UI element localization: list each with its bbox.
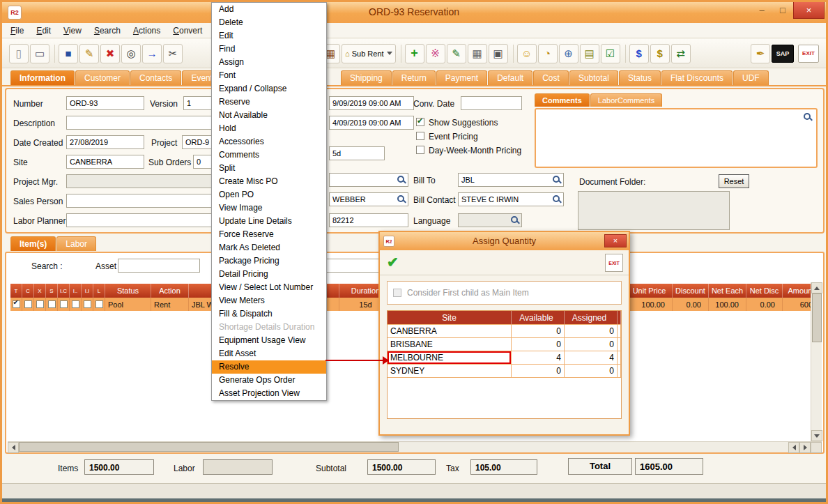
menu-item-package-pricing[interactable]: Package Pricing	[212, 254, 326, 268]
show-suggestions-checkbox[interactable]	[416, 118, 424, 126]
available-cell[interactable]: 0	[512, 365, 565, 378]
site-field[interactable]: CANBERRA	[66, 155, 144, 169]
smiley-icon[interactable]: ☺	[517, 44, 537, 63]
phone-field[interactable]: 82212	[329, 213, 408, 227]
flag-checkbox-c[interactable]	[24, 300, 32, 308]
menu-item-view-select-lot-number[interactable]: View / Select Lot Number	[212, 281, 326, 294]
labor-planner-field[interactable]	[66, 213, 222, 227]
menu-edit[interactable]: Edit	[36, 26, 51, 36]
search-icon[interactable]	[553, 176, 561, 184]
assigned-cell[interactable]: 0	[565, 325, 618, 338]
tab-default[interactable]: Default	[488, 70, 532, 85]
contact-field[interactable]: WEBBER	[329, 192, 408, 206]
available-column-header[interactable]: Available	[512, 311, 565, 325]
project-mgr-field[interactable]	[66, 174, 222, 188]
dialog-close-button[interactable]: ×	[604, 234, 627, 247]
date-created-field[interactable]: 27/08/2019	[66, 135, 144, 149]
col-header-status[interactable]: Status	[105, 284, 151, 298]
pane-left-icon[interactable]	[788, 442, 799, 453]
duration-field[interactable]: 5d	[329, 146, 385, 160]
chevron-down-icon[interactable]	[387, 52, 392, 55]
delete-icon[interactable]: ✖	[100, 44, 120, 63]
exit-button[interactable]: EXIT	[798, 45, 819, 63]
menu-item-not-available[interactable]: Not Available	[212, 109, 326, 122]
tab-cost[interactable]: Cost	[533, 70, 569, 85]
globe-icon[interactable]: ⊕	[559, 44, 578, 63]
col-header-t[interactable]: T	[10, 284, 22, 298]
scroll-left-icon[interactable]	[8, 442, 19, 453]
tab-items[interactable]: Item(s)	[10, 236, 56, 251]
site-row-melbourne[interactable]: MELBOURNE 4 4	[388, 351, 621, 365]
menu-item-edit[interactable]: Edit	[212, 29, 326, 43]
money-icon[interactable]: $	[650, 44, 670, 63]
add-plus-icon[interactable]: +	[405, 44, 424, 63]
search-icon[interactable]	[804, 113, 812, 121]
menu-item-find[interactable]: Find	[212, 43, 326, 56]
asset-search-input[interactable]	[118, 259, 200, 273]
assigned-column-header[interactable]: Assigned	[565, 311, 618, 325]
customer-field[interactable]	[329, 173, 408, 187]
search-icon[interactable]	[553, 195, 561, 204]
site-cell-highlighted[interactable]: MELBOURNE	[388, 351, 512, 365]
day-week-month-pricing-checkbox[interactable]	[416, 146, 424, 154]
tab-information[interactable]: Information	[10, 70, 75, 85]
menu-item-create-misc-po[interactable]: Create Misc PO	[212, 175, 326, 188]
return-date-field[interactable]: 4/09/2019 09:00 AM	[329, 116, 414, 130]
cut-scissors-icon[interactable]: ✂	[163, 44, 183, 63]
site-row-sydney[interactable]: SYDNEY 0 0	[388, 365, 621, 378]
group-circles-icon[interactable]: ※	[426, 44, 445, 63]
vertical-scrollbar[interactable]	[811, 282, 822, 441]
number-field[interactable]: ORD-93	[66, 96, 144, 110]
search-icon[interactable]	[511, 216, 519, 224]
menu-item-open-po[interactable]: Open PO	[212, 188, 326, 201]
site-row-brisbane[interactable]: BRISBANE 0 0	[388, 338, 621, 351]
flag-checkbox-ii[interactable]	[84, 300, 91, 308]
menu-item-update-line-details[interactable]: Update Line Details	[212, 215, 326, 228]
menu-search[interactable]: Search	[94, 26, 121, 36]
col-header-ii[interactable]: I.I	[82, 284, 93, 298]
print-icon[interactable]: ▭	[30, 44, 49, 63]
available-cell[interactable]: 0	[512, 338, 565, 351]
menu-item-delete[interactable]: Delete	[212, 16, 326, 29]
col-header-s[interactable]: S	[46, 284, 58, 298]
edit-pencil-icon[interactable]: ✎	[79, 44, 99, 63]
assigned-cell[interactable]: 0	[565, 338, 618, 351]
menu-item-reserve[interactable]: Reserve	[212, 96, 326, 109]
sales-person-field[interactable]	[66, 194, 222, 208]
menu-view[interactable]: View	[63, 26, 82, 36]
menu-item-assign[interactable]: Assign	[212, 56, 326, 69]
assigned-cell[interactable]: 0	[565, 365, 618, 378]
flag-checkbox-t[interactable]	[13, 300, 20, 308]
col-header-net-each[interactable]: Net Each	[709, 284, 746, 298]
horizontal-scroll-track[interactable]	[399, 442, 788, 452]
tab-shipping[interactable]: Shipping	[341, 70, 392, 85]
menu-item-add[interactable]: Add	[212, 3, 326, 16]
menu-item-resolve[interactable]: Resolve	[212, 360, 326, 374]
menu-item-expand-collapse[interactable]: Expand / Collapse	[212, 82, 326, 96]
col-header-l[interactable]: L	[93, 284, 105, 298]
tab-udf[interactable]: UDF	[733, 70, 769, 85]
menu-item-mark-as-deleted[interactable]: Mark As Deleted	[212, 241, 326, 254]
menu-item-comments[interactable]: Comments	[212, 148, 326, 162]
dollar-icon[interactable]: $	[629, 44, 649, 63]
edit-note-icon[interactable]: ✎	[447, 44, 466, 63]
flag-checkbox-i2[interactable]	[72, 300, 79, 308]
find-binoculars-icon[interactable]: ◎	[121, 44, 141, 63]
menu-item-generate-ops-order[interactable]: Generate Ops Order	[212, 374, 326, 387]
dialog-exit-button[interactable]: EXIT	[605, 254, 623, 272]
secondary-search-input[interactable]	[324, 259, 380, 273]
col-header-discount[interactable]: Discount	[673, 284, 709, 298]
available-cell[interactable]: 0	[512, 325, 565, 338]
menu-item-equipment-usage-view[interactable]: Equipment Usage View	[212, 334, 326, 347]
database-icon[interactable]: ▤	[580, 44, 599, 63]
checklist-icon[interactable]: ☑	[601, 44, 620, 63]
scroll-down-icon[interactable]	[811, 430, 822, 441]
tab-labor[interactable]: Labor	[56, 236, 96, 251]
menu-item-edit-asset[interactable]: Edit Asset	[212, 347, 326, 360]
available-cell[interactable]: 4	[512, 351, 565, 365]
menu-item-asset-projection-view[interactable]: Asset Projection View	[212, 387, 326, 400]
site-cell[interactable]: CANBERRA	[388, 325, 512, 338]
planner-grid-icon[interactable]: ▦	[468, 44, 487, 63]
copy-icon[interactable]: ▣	[489, 44, 508, 63]
tab-return[interactable]: Return	[392, 70, 436, 85]
